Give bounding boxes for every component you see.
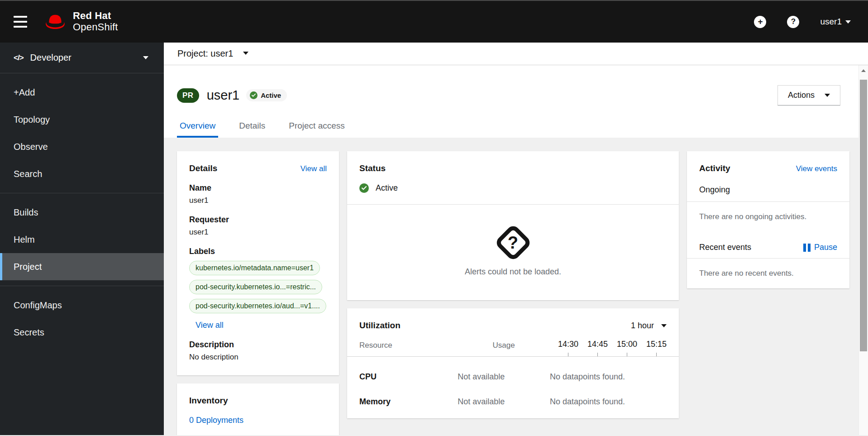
sidebar-nav: </> Developer +Add Topology Observe Sear… xyxy=(0,43,164,435)
resource-graph-message: No datapoints found. xyxy=(550,372,667,382)
actions-button-label: Actions xyxy=(788,91,815,100)
status-badge: Active xyxy=(246,89,287,101)
menu-toggle-icon[interactable] xyxy=(14,16,27,28)
label-pill[interactable]: kubernetes.io/metadata.name=user1 xyxy=(189,261,320,275)
tab-project-access[interactable]: Project access xyxy=(286,121,348,138)
ongoing-section-title: Ongoing xyxy=(687,173,849,201)
sidebar-item-topology[interactable]: Topology xyxy=(0,106,164,133)
resource-name: CPU xyxy=(359,372,458,382)
vertical-scrollbar[interactable] xyxy=(858,65,868,435)
chevron-down-icon xyxy=(825,94,830,100)
sidebar-item-observe[interactable]: Observe xyxy=(0,133,164,160)
plus-circle-icon[interactable]: + xyxy=(754,16,766,28)
main-content: Project: user1 PR user1 Active xyxy=(164,43,868,435)
view-events-link[interactable]: View events xyxy=(796,164,837,173)
duration-select[interactable]: 1 hour xyxy=(631,321,667,331)
status-card-title: Status xyxy=(359,163,386,173)
inventory-card-title: Inventory xyxy=(189,396,228,406)
redhat-openshift-logo: Red Hat OpenShift xyxy=(43,10,118,33)
masthead: Red Hat OpenShift + ? user1 xyxy=(0,0,868,43)
project-selector[interactable]: Project: user1 xyxy=(177,48,233,59)
logo-line1: Red Hat xyxy=(73,10,118,22)
labels-view-all-link[interactable]: View all xyxy=(196,321,224,330)
sidebar-item-add[interactable]: +Add xyxy=(0,79,164,106)
actions-button[interactable]: Actions xyxy=(777,85,840,105)
field-label-requester: Requester xyxy=(189,215,327,225)
perspective-label: Developer xyxy=(30,53,72,63)
recent-events-title: Recent events xyxy=(699,243,751,252)
details-card: Details View all Name user1 Requester us… xyxy=(177,151,339,375)
alerts-empty-state: ? Alerts could not be loaded. xyxy=(347,205,679,300)
label-pill[interactable]: pod-security.kubernetes.io/aud...=v1.... xyxy=(189,299,326,313)
pause-button-label: Pause xyxy=(814,243,837,252)
pause-icon xyxy=(803,244,811,252)
utilization-card: Utilization 1 hour Resource Usage 14:30 xyxy=(347,308,679,418)
page-title: user1 xyxy=(207,88,240,103)
inventory-card: Inventory 0 Deployments xyxy=(177,383,339,435)
resource-usage: Not available xyxy=(458,397,550,407)
field-label-labels: Labels xyxy=(189,247,327,256)
unknown-alerts-icon: ? xyxy=(494,224,532,262)
time-tick: 14:45 xyxy=(587,340,608,356)
check-circle-icon xyxy=(250,91,258,99)
pause-events-button[interactable]: Pause xyxy=(803,243,837,252)
sidebar-item-configmaps[interactable]: ConfigMaps xyxy=(0,292,164,319)
scrollbar-up-arrow-icon[interactable] xyxy=(859,65,868,75)
user-menu-label: user1 xyxy=(820,17,842,27)
help-question-circle-icon[interactable]: ? xyxy=(787,16,799,28)
status-badge-label: Active xyxy=(261,91,281,99)
ongoing-empty-message: There are no ongoing activities. xyxy=(687,202,849,232)
scrollable-content: PR user1 Active Actions O xyxy=(164,65,868,435)
tab-overview[interactable]: Overview xyxy=(177,121,218,138)
label-pill[interactable]: pod-security.kubernetes.io...=restric... xyxy=(189,280,322,294)
resource-graph-message: No datapoints found. xyxy=(550,397,667,407)
chevron-down-icon xyxy=(845,20,851,26)
resource-usage: Not available xyxy=(458,372,550,382)
sidebar-item-project[interactable]: Project xyxy=(0,253,164,280)
deployments-link[interactable]: 0 Deployments xyxy=(189,416,243,425)
sidebar-item-builds[interactable]: Builds xyxy=(0,199,164,226)
user-menu[interactable]: user1 xyxy=(820,17,851,27)
chevron-down-icon[interactable] xyxy=(243,52,248,57)
utilization-card-title: Utilization xyxy=(359,321,401,331)
field-value-name: user1 xyxy=(189,196,327,205)
tab-bar: Overview Details Project access xyxy=(177,121,840,138)
usage-column-header: Usage xyxy=(458,341,550,356)
time-tick: 14:30 xyxy=(558,340,578,356)
field-value-description: No description xyxy=(189,353,327,362)
logo-line2: OpenShift xyxy=(73,21,118,33)
activity-card-title: Activity xyxy=(699,163,730,173)
project-selector-bar: Project: user1 xyxy=(164,43,868,65)
check-circle-icon xyxy=(359,183,369,193)
time-tick: 15:15 xyxy=(646,340,667,356)
field-label-description: Description xyxy=(189,340,327,350)
sidebar-item-secrets[interactable]: Secrets xyxy=(0,319,164,346)
utilization-row-cpu: CPU Not available No datapoints found. xyxy=(347,357,679,382)
chevron-down-icon xyxy=(661,324,667,330)
time-tick: 15:00 xyxy=(617,340,637,356)
details-card-title: Details xyxy=(189,163,217,173)
chevron-down-icon xyxy=(143,56,148,62)
activity-card: Activity View events Ongoing There are n… xyxy=(687,151,849,288)
resource-column-header: Resource xyxy=(359,341,458,356)
utilization-row-memory: Memory Not available No datapoints found… xyxy=(347,382,679,418)
field-value-requester: user1 xyxy=(189,228,327,237)
duration-value: 1 hour xyxy=(631,321,654,331)
time-axis: 14:30 14:45 15:00 15:15 xyxy=(550,340,667,356)
recent-empty-message: There are no recent events. xyxy=(687,259,849,288)
sidebar-item-helm[interactable]: Helm xyxy=(0,226,164,253)
details-view-all-link[interactable]: View all xyxy=(300,164,327,173)
field-label-name: Name xyxy=(189,183,327,193)
scrollbar-thumb[interactable] xyxy=(860,80,867,351)
status-active-label: Active xyxy=(376,183,398,193)
project-resource-badge: PR xyxy=(177,88,199,103)
redhat-hat-icon xyxy=(43,13,67,31)
alerts-message: Alerts could not be loaded. xyxy=(347,267,679,277)
perspective-switcher[interactable]: </> Developer xyxy=(0,43,164,73)
code-icon: </> xyxy=(14,53,24,62)
tab-details[interactable]: Details xyxy=(236,121,268,138)
status-card: Status Active ? Alerts could xyxy=(347,151,679,300)
resource-name: Memory xyxy=(359,397,458,407)
sidebar-item-search[interactable]: Search xyxy=(0,160,164,187)
page-header: PR user1 Active Actions O xyxy=(164,65,858,138)
